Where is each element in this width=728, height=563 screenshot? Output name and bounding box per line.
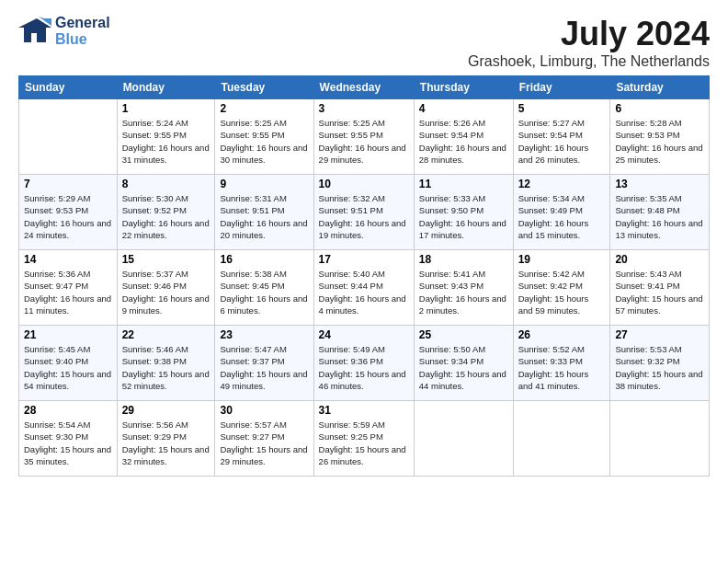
weekday-header-sunday: Sunday [19,76,118,99]
day-cell: 15 Sunrise: 5:37 AM Sunset: 9:46 PM Dayl… [117,250,215,326]
week-row-1: 1 Sunrise: 5:24 AM Sunset: 9:55 PM Dayli… [19,99,710,175]
logo-icon [18,15,51,48]
day-info: Sunrise: 5:43 AM Sunset: 9:41 PM Dayligh… [615,268,704,316]
day-number: 14 [24,253,112,266]
cell-content: 1 Sunrise: 5:24 AM Sunset: 9:55 PM Dayli… [122,102,210,171]
weekday-header-friday: Friday [513,76,610,99]
logo: General Blue [18,15,110,48]
day-info: Sunrise: 5:50 AM Sunset: 9:34 PM Dayligh… [419,343,508,392]
day-cell: 27 Sunrise: 5:53 AM Sunset: 9:32 PM Dayl… [610,326,710,401]
day-cell: 13 Sunrise: 5:35 AM Sunset: 9:48 PM Dayl… [610,175,710,250]
day-cell [513,401,610,477]
day-number: 8 [122,178,210,190]
cell-content: 27 Sunrise: 5:53 AM Sunset: 9:32 PM Dayl… [615,328,704,397]
week-row-4: 21 Sunrise: 5:45 AM Sunset: 9:40 PM Dayl… [19,326,710,401]
day-info: Sunrise: 5:33 AM Sunset: 9:50 PM Dayligh… [419,192,508,241]
cell-content: 17 Sunrise: 5:40 AM Sunset: 9:44 PM Dayl… [319,253,409,322]
day-number: 21 [24,328,112,341]
day-cell: 18 Sunrise: 5:41 AM Sunset: 9:43 PM Dayl… [414,250,513,326]
day-info: Sunrise: 5:54 AM Sunset: 9:30 PM Dayligh… [24,419,112,467]
logo-text: General Blue [55,15,110,47]
day-cell [610,401,710,477]
cell-content: 18 Sunrise: 5:41 AM Sunset: 9:43 PM Dayl… [419,253,508,322]
day-info: Sunrise: 5:24 AM Sunset: 9:55 PM Dayligh… [122,117,210,166]
day-info: Sunrise: 5:41 AM Sunset: 9:43 PM Dayligh… [419,268,508,316]
day-number: 3 [319,102,409,115]
day-info: Sunrise: 5:49 AM Sunset: 9:36 PM Dayligh… [319,343,409,392]
week-row-2: 7 Sunrise: 5:29 AM Sunset: 9:53 PM Dayli… [19,175,710,250]
day-info: Sunrise: 5:26 AM Sunset: 9:54 PM Dayligh… [419,117,508,166]
day-cell [414,401,513,477]
day-number: 12 [518,178,606,190]
day-cell: 14 Sunrise: 5:36 AM Sunset: 9:47 PM Dayl… [19,250,118,326]
day-cell: 2 Sunrise: 5:25 AM Sunset: 9:55 PM Dayli… [215,99,313,175]
day-info: Sunrise: 5:45 AM Sunset: 9:40 PM Dayligh… [24,343,112,392]
cell-content: 21 Sunrise: 5:45 AM Sunset: 9:40 PM Dayl… [24,328,112,397]
day-cell: 20 Sunrise: 5:43 AM Sunset: 9:41 PM Dayl… [610,250,710,326]
day-number: 31 [319,404,409,417]
day-cell [19,99,118,175]
day-number: 18 [419,253,508,266]
day-number: 1 [122,102,210,115]
cell-content: 6 Sunrise: 5:28 AM Sunset: 9:53 PM Dayli… [615,102,704,171]
day-number: 27 [615,328,704,341]
day-number: 29 [122,404,210,417]
day-cell: 30 Sunrise: 5:57 AM Sunset: 9:27 PM Dayl… [215,401,313,477]
cell-content: 31 Sunrise: 5:59 AM Sunset: 9:25 PM Dayl… [319,404,409,473]
day-cell: 21 Sunrise: 5:45 AM Sunset: 9:40 PM Dayl… [19,326,118,401]
weekday-header-thursday: Thursday [414,76,513,99]
page: General Blue July 2024 Grashoek, Limburg… [0,0,728,563]
day-number: 7 [24,178,112,190]
day-cell: 17 Sunrise: 5:40 AM Sunset: 9:44 PM Dayl… [313,250,414,326]
cell-content: 30 Sunrise: 5:57 AM Sunset: 9:27 PM Dayl… [220,404,308,473]
cell-content: 8 Sunrise: 5:30 AM Sunset: 9:52 PM Dayli… [122,178,210,247]
day-cell: 10 Sunrise: 5:32 AM Sunset: 9:51 PM Dayl… [313,175,414,250]
day-cell: 29 Sunrise: 5:56 AM Sunset: 9:29 PM Dayl… [117,401,215,477]
day-info: Sunrise: 5:47 AM Sunset: 9:37 PM Dayligh… [220,343,308,392]
day-cell: 5 Sunrise: 5:27 AM Sunset: 9:54 PM Dayli… [513,99,610,175]
day-info: Sunrise: 5:46 AM Sunset: 9:38 PM Dayligh… [122,343,210,392]
day-cell: 25 Sunrise: 5:50 AM Sunset: 9:34 PM Dayl… [414,326,513,401]
day-info: Sunrise: 5:53 AM Sunset: 9:32 PM Dayligh… [615,343,704,392]
cell-content: 9 Sunrise: 5:31 AM Sunset: 9:51 PM Dayli… [220,178,308,247]
day-cell: 16 Sunrise: 5:38 AM Sunset: 9:45 PM Dayl… [215,250,313,326]
day-number: 5 [518,102,606,115]
header: General Blue July 2024 Grashoek, Limburg… [18,15,710,70]
weekday-header-row: SundayMondayTuesdayWednesdayThursdayFrid… [19,76,710,99]
day-info: Sunrise: 5:36 AM Sunset: 9:47 PM Dayligh… [24,268,112,316]
day-number: 2 [220,102,308,115]
cell-content: 14 Sunrise: 5:36 AM Sunset: 9:47 PM Dayl… [24,253,112,322]
cell-content: 29 Sunrise: 5:56 AM Sunset: 9:29 PM Dayl… [122,404,210,473]
day-number: 25 [419,328,508,341]
day-number: 15 [122,253,210,266]
day-cell: 11 Sunrise: 5:33 AM Sunset: 9:50 PM Dayl… [414,175,513,250]
day-number: 24 [319,328,409,341]
day-cell: 7 Sunrise: 5:29 AM Sunset: 9:53 PM Dayli… [19,175,118,250]
cell-content: 12 Sunrise: 5:34 AM Sunset: 9:49 PM Dayl… [518,178,606,247]
day-number: 16 [220,253,308,266]
location-title: Grashoek, Limburg, The Netherlands [468,53,710,70]
day-info: Sunrise: 5:59 AM Sunset: 9:25 PM Dayligh… [319,419,409,467]
day-info: Sunrise: 5:52 AM Sunset: 9:33 PM Dayligh… [518,343,606,392]
day-number: 22 [122,328,210,341]
cell-content: 10 Sunrise: 5:32 AM Sunset: 9:51 PM Dayl… [319,178,409,247]
day-info: Sunrise: 5:25 AM Sunset: 9:55 PM Dayligh… [319,117,409,166]
day-cell: 28 Sunrise: 5:54 AM Sunset: 9:30 PM Dayl… [19,401,118,477]
day-cell: 23 Sunrise: 5:47 AM Sunset: 9:37 PM Dayl… [215,326,313,401]
title-block: July 2024 Grashoek, Limburg, The Netherl… [468,15,710,70]
day-cell: 12 Sunrise: 5:34 AM Sunset: 9:49 PM Dayl… [513,175,610,250]
day-cell: 1 Sunrise: 5:24 AM Sunset: 9:55 PM Dayli… [117,99,215,175]
day-cell: 6 Sunrise: 5:28 AM Sunset: 9:53 PM Dayli… [610,99,710,175]
day-number: 9 [220,178,308,190]
day-cell: 9 Sunrise: 5:31 AM Sunset: 9:51 PM Dayli… [215,175,313,250]
day-info: Sunrise: 5:32 AM Sunset: 9:51 PM Dayligh… [319,192,409,241]
day-cell: 22 Sunrise: 5:46 AM Sunset: 9:38 PM Dayl… [117,326,215,401]
day-info: Sunrise: 5:40 AM Sunset: 9:44 PM Dayligh… [319,268,409,316]
day-info: Sunrise: 5:28 AM Sunset: 9:53 PM Dayligh… [615,117,704,166]
day-info: Sunrise: 5:31 AM Sunset: 9:51 PM Dayligh… [220,192,308,241]
day-cell: 8 Sunrise: 5:30 AM Sunset: 9:52 PM Dayli… [117,175,215,250]
cell-content: 20 Sunrise: 5:43 AM Sunset: 9:41 PM Dayl… [615,253,704,322]
cell-content: 24 Sunrise: 5:49 AM Sunset: 9:36 PM Dayl… [319,328,409,397]
day-cell: 4 Sunrise: 5:26 AM Sunset: 9:54 PM Dayli… [414,99,513,175]
cell-content: 15 Sunrise: 5:37 AM Sunset: 9:46 PM Dayl… [122,253,210,322]
